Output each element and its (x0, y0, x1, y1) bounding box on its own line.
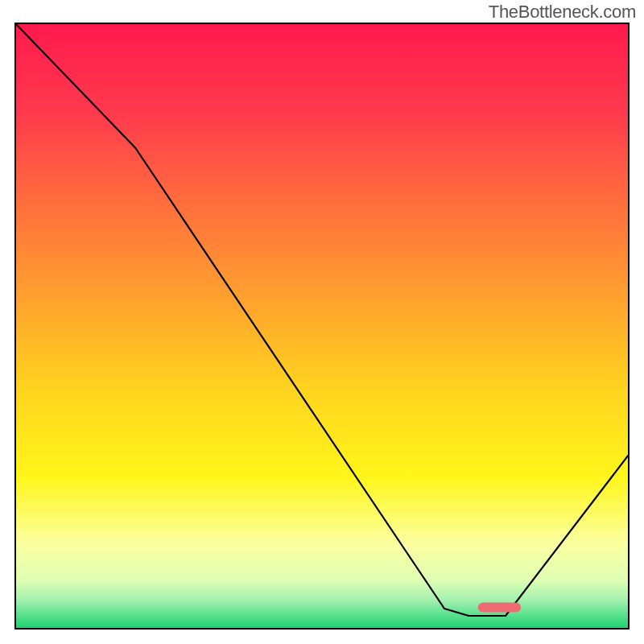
plot-frame (14, 23, 630, 630)
gradient-background (16, 24, 628, 628)
optimal-range-marker (478, 603, 521, 613)
plot-area (16, 24, 628, 628)
chart-svg (16, 24, 628, 628)
chart-container: TheBottleneck.com (0, 0, 644, 644)
watermark-label: TheBottleneck.com (489, 2, 636, 23)
